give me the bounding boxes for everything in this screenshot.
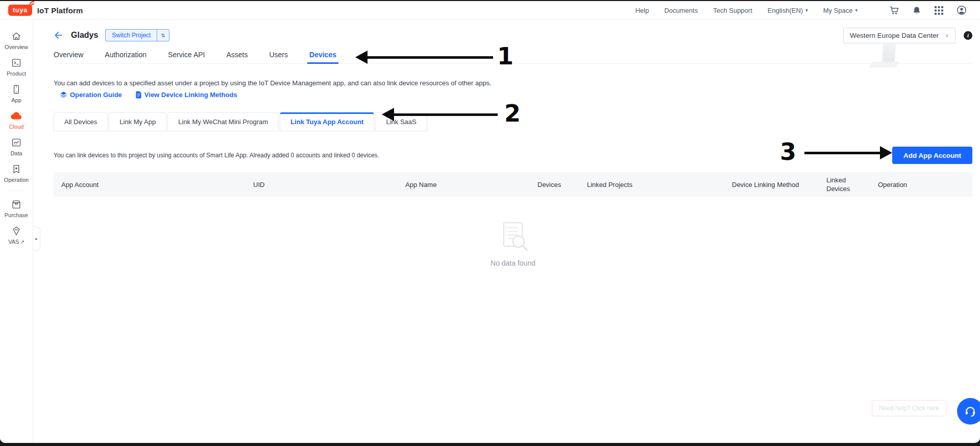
user-avatar-icon[interactable] — [957, 5, 967, 15]
apps-grid-icon[interactable] — [935, 6, 943, 15]
back-arrow-button[interactable] — [54, 30, 64, 40]
view-device-linking-methods-link[interactable]: View Device Linking Methods — [135, 89, 237, 101]
chevron-down-icon: ∨ — [945, 32, 949, 39]
subtab-link-tuya-app-account[interactable]: Link Tuya App Account — [280, 112, 374, 131]
sidebar-item-data[interactable]: Data — [0, 133, 33, 160]
back-arrow-icon — [54, 30, 64, 40]
no-data-icon — [497, 220, 529, 253]
brand-title: IoT Platform — [37, 6, 83, 15]
chevron-right-icon: ▸ — [35, 237, 37, 241]
my-space-menu[interactable]: My Space▾ — [823, 7, 857, 14]
column-app-account: App Account — [54, 180, 246, 189]
accounts-table-header: App Account UID App Name Devices Linked … — [54, 172, 972, 197]
column-app-name: App Name — [398, 180, 530, 189]
mobile-icon — [11, 84, 22, 95]
project-name: Gladys — [71, 31, 98, 40]
cart-icon[interactable] — [889, 6, 899, 15]
top-bar: tuya IoT Platform Help Documents Tech Su… — [0, 1, 980, 20]
annotation-step-1: 1 — [497, 44, 513, 68]
notification-bell-icon[interactable] — [912, 6, 921, 15]
subtab-all-devices[interactable]: All Devices — [54, 112, 108, 131]
sidebar-item-purchase[interactable]: Purchase — [0, 195, 33, 222]
subtab-link-my-app[interactable]: Link My App — [109, 112, 166, 131]
add-app-account-button[interactable]: Add App Account — [892, 147, 972, 164]
tab-users[interactable]: Users — [269, 45, 288, 63]
sidebar-collapse-handle[interactable]: ▸ — [33, 226, 40, 251]
annotation-step-3: 3 — [780, 140, 796, 163]
terminal-icon — [11, 57, 22, 68]
devices-description: You can add devices to a specified asset… — [54, 77, 538, 102]
sidebar-item-product[interactable]: Product — [0, 54, 33, 80]
top-nav: Help Documents Tech Support English(EN)▾… — [635, 5, 967, 15]
sidebar: Overview Product App Cloud Data Operatio… — [0, 20, 33, 443]
empty-state: No data found — [54, 220, 972, 267]
app-window: tuya IoT Platform Help Documents Tech Su… — [0, 1, 980, 443]
gem-icon — [11, 225, 22, 237]
watermark-shape — [882, 44, 896, 63]
watermark-shadow — [869, 62, 899, 67]
tab-authorization[interactable]: Authorization — [105, 45, 146, 63]
home-icon — [11, 31, 22, 42]
link-account-row: You can link devices to this project by … — [54, 147, 972, 164]
column-uid: UID — [246, 180, 398, 189]
sidebar-item-vas[interactable]: VAS↗ — [0, 222, 33, 248]
sidebar-item-cloud[interactable]: Cloud — [0, 107, 33, 133]
caret-down-icon: ▾ — [855, 8, 857, 13]
info-icon[interactable]: i — [964, 31, 972, 40]
sidebar-item-app[interactable]: App — [0, 80, 33, 107]
column-device-linking-method: Device Linking Method — [724, 180, 819, 189]
tuya-logo[interactable]: tuya IoT Platform — [8, 5, 83, 16]
tab-overview[interactable]: Overview — [54, 45, 83, 63]
main-content: Gladys Switch Project ⇅ Western Europe D… — [33, 20, 980, 443]
layers-icon — [60, 91, 67, 99]
cloud-icon — [10, 110, 23, 122]
nav-documents[interactable]: Documents — [664, 7, 698, 14]
help-tooltip: Need help? Click here — [872, 400, 946, 416]
language-selector[interactable]: English(EN)▾ — [768, 7, 808, 14]
sidebar-divider — [9, 191, 24, 191]
column-linked-projects: Linked Projects — [579, 180, 724, 189]
sidebar-item-overview[interactable]: Overview — [0, 27, 33, 54]
subtab-link-wechat-mini-program[interactable]: Link My WeChat Mini Program — [167, 112, 279, 131]
tab-service-api[interactable]: Service API — [168, 45, 205, 63]
document-icon — [135, 91, 142, 99]
tab-devices[interactable]: Devices — [309, 45, 336, 63]
annotation-step-2: 2 — [504, 102, 521, 125]
logo-text: tuya — [13, 6, 28, 14]
datacenter-select[interactable]: Western Europe Data Center ∨ — [843, 28, 955, 43]
tab-assets[interactable]: Assets — [226, 45, 248, 63]
column-devices: Devices — [530, 180, 579, 189]
package-icon — [11, 199, 22, 210]
chart-icon — [11, 137, 22, 148]
operation-guide-link[interactable]: Operation Guide — [60, 89, 122, 101]
switch-project-button[interactable]: Switch Project ⇅ — [105, 29, 169, 41]
sidebar-item-operation[interactable]: Operation — [0, 160, 33, 186]
badge-icon — [11, 163, 22, 175]
column-operation: Operation — [870, 180, 972, 189]
sort-arrows-icon: ⇅ — [157, 30, 168, 41]
support-chat-button[interactable] — [957, 398, 980, 425]
nav-help[interactable]: Help — [635, 7, 649, 14]
column-linked-devices: Linked Devices — [819, 176, 870, 193]
headset-icon — [964, 405, 977, 418]
empty-state-text: No data found — [491, 259, 535, 267]
external-link-icon: ↗ — [20, 239, 24, 245]
wifi-arcs-icon — [29, 1, 37, 9]
link-account-info: You can link devices to this project by … — [54, 152, 379, 159]
nav-tech-support[interactable]: Tech Support — [713, 7, 752, 14]
caret-down-icon: ▾ — [805, 8, 808, 13]
